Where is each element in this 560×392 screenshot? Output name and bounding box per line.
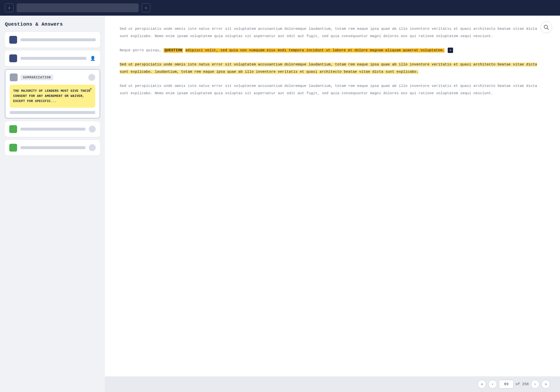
- card-circle-icon-5: [89, 144, 96, 151]
- card-icon-green-1: [9, 125, 17, 133]
- sidebar-title: Questions & Answers: [5, 21, 100, 27]
- card-icon-green-2: [9, 144, 17, 152]
- content-paragraph-3: Sed ut perspiciatis unde omnis iste natu…: [120, 61, 545, 76]
- card-text-bar-1: [21, 38, 96, 41]
- summ-bottom-bar: [10, 111, 95, 114]
- sidebar-card-1[interactable]: [5, 32, 100, 48]
- paragraph3-highlighted: Sed ut perspiciatis unde omnis iste natu…: [120, 62, 537, 74]
- pagination-current-page[interactable]: 69: [499, 380, 514, 389]
- nav-back-button[interactable]: ‹: [5, 3, 14, 12]
- summ-header: SUMMARIZATION: [10, 73, 95, 81]
- card-text-bar-2: [21, 57, 86, 60]
- summ-label: SUMMARIZATION: [21, 75, 53, 80]
- content-area: Sed ut perspiciatis unde omnis iste natu…: [105, 16, 560, 392]
- card-icon-blue-1: [9, 36, 17, 44]
- search-icon-button[interactable]: [540, 21, 552, 33]
- sidebar-card-4[interactable]: [5, 121, 100, 137]
- yellow-close-button[interactable]: ×: [88, 87, 93, 92]
- summarization-card[interactable]: SUMMARIZATION THE MAJORITY OF LENDERS MU…: [5, 69, 100, 118]
- content-paragraph-2: Neque porro quisqu, QUESTION adipisci ve…: [120, 47, 545, 54]
- yellow-content-box: THE MAJORITY OF LENDERS MUST GIVE THEIR …: [10, 85, 95, 108]
- nav-forward-button[interactable]: ›: [142, 3, 150, 12]
- content-paragraph-1: Sed ut perspiciatis unde omnis iste natu…: [120, 25, 545, 40]
- avatar-icon: 👤: [90, 55, 96, 61]
- pagination-total: of 258: [516, 382, 529, 386]
- sidebar: Questions & Answers 👤 SUMMARIZATION THE …: [0, 16, 105, 392]
- card-icon-gray: [10, 73, 18, 81]
- question-close-button[interactable]: ✕: [448, 48, 453, 53]
- card-circle-icon-4: [89, 126, 96, 133]
- card-text-bar-5: [21, 146, 85, 149]
- pagination-prev-button[interactable]: ‹: [488, 380, 497, 389]
- top-nav: ‹ ›: [0, 0, 560, 16]
- paragraph2-prefix: Neque porro quisqu,: [120, 48, 161, 52]
- card-text-bar-4: [21, 128, 85, 131]
- content-paragraph-4: Sed ut perspiciatis unde omnis iste natu…: [120, 83, 545, 97]
- sidebar-card-2[interactable]: 👤: [5, 51, 100, 66]
- pagination-first-button[interactable]: «: [477, 380, 486, 389]
- question-tag: QUESTION: [164, 48, 183, 53]
- pagination-last-button[interactable]: »: [541, 380, 550, 389]
- svg-line-1: [547, 28, 549, 30]
- nav-search-bar: [17, 3, 139, 12]
- search-icon: [544, 25, 549, 30]
- summ-circle: [88, 74, 95, 81]
- main-layout: Questions & Answers 👤 SUMMARIZATION THE …: [0, 16, 560, 392]
- sidebar-card-5[interactable]: [5, 140, 100, 155]
- card-icon-blue-2: [9, 54, 17, 62]
- pagination-next-button[interactable]: ›: [531, 380, 539, 389]
- paragraph2-highlighted: adipisci velit, sed quia non numquam eiu…: [185, 48, 445, 52]
- pagination-bar: « ‹ 69 of 258 › »: [105, 376, 560, 392]
- yellow-content-text: THE MAJORITY OF LENDERS MUST GIVE THEIR …: [13, 89, 90, 103]
